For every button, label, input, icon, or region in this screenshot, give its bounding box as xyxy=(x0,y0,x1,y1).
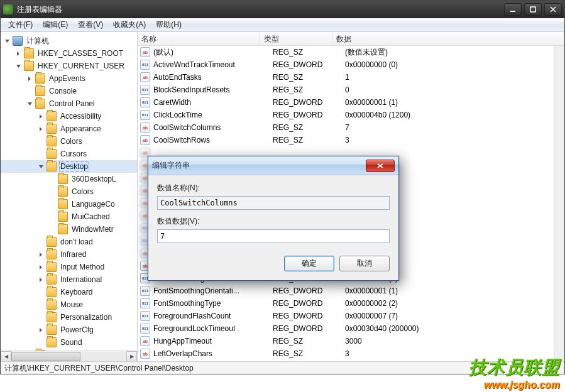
cell-name: LeftOverlapChars xyxy=(153,349,273,358)
list-row[interactable]: 011CaretWidthREG_DWORD0x00000001 (1) xyxy=(138,96,554,109)
tree-node-infrared[interactable]: Infrared xyxy=(1,248,137,261)
tree-node-powercfg[interactable]: PowerCfg xyxy=(1,324,137,336)
tree-node-cursors[interactable]: Cursors xyxy=(1,148,137,160)
cancel-button[interactable]: 取消 xyxy=(339,256,390,271)
expand-icon[interactable] xyxy=(14,50,23,58)
dword-value-icon: 011 xyxy=(140,286,150,296)
value-data-input[interactable] xyxy=(157,229,390,243)
ok-button[interactable]: 确定 xyxy=(284,256,334,271)
tree-node-label: 计算机 xyxy=(25,36,50,46)
collapse-icon[interactable] xyxy=(3,37,11,45)
menu-favorites[interactable]: 收藏夹(A) xyxy=(108,18,151,31)
tree-node-label: LanguageCo xyxy=(70,200,116,209)
scroll-right-icon[interactable]: ▶ xyxy=(126,351,137,362)
maximize-button[interactable] xyxy=(524,3,542,16)
menu-help[interactable]: 帮助(H) xyxy=(151,18,187,31)
tree-node-language[interactable]: LanguageCo xyxy=(1,198,137,210)
folder-icon xyxy=(58,199,68,209)
tree-node-desktop[interactable]: Desktop xyxy=(1,160,137,173)
tree-node-inputmethod[interactable]: Input Method xyxy=(1,261,137,273)
folder-icon xyxy=(35,86,45,96)
list-row[interactable]: abHungAppTimeoutREG_SZ3000 xyxy=(138,335,554,347)
collapse-icon[interactable] xyxy=(37,163,45,171)
cell-type: REG_SZ xyxy=(273,349,345,358)
tree-node-muicached[interactable]: MuiCached xyxy=(1,210,137,223)
expand-icon[interactable] xyxy=(37,125,45,133)
expand-icon[interactable] xyxy=(37,263,45,271)
list-row[interactable]: abCoolSwitchRowsREG_SZ3 xyxy=(138,134,554,146)
folder-icon xyxy=(47,312,57,322)
tree-node-windowmetr[interactable]: WindowMetr xyxy=(1,223,137,236)
tree-node-personalization[interactable]: Personalization xyxy=(1,311,137,324)
tree-node-international[interactable]: International xyxy=(1,273,137,286)
tree-node-hkcu[interactable]: HKEY_CURRENT_USER xyxy=(1,60,137,72)
tree-node-mouse[interactable]: Mouse xyxy=(1,298,137,311)
tree-node-appearance[interactable]: Appearance xyxy=(1,122,137,135)
folder-icon xyxy=(47,337,57,347)
value-data-label: 数值数据(V): xyxy=(157,216,390,227)
expander-blank xyxy=(48,226,57,234)
collapse-icon[interactable] xyxy=(14,62,23,70)
tree-node-label: HKEY_CURRENT_USER xyxy=(36,62,126,70)
tree-node-colors2[interactable]: Colors xyxy=(1,185,137,198)
string-value-icon: ab xyxy=(140,72,150,82)
list-row[interactable]: ab(默认)REG_SZ(数值未设置) xyxy=(138,46,554,58)
list-row[interactable]: 011FontSmoothingTypeREG_DWORD0x00000002 … xyxy=(138,297,554,310)
expander-blank xyxy=(48,188,57,196)
expand-icon[interactable] xyxy=(26,75,34,83)
menu-view[interactable]: 查看(V) xyxy=(73,18,108,31)
list-row[interactable]: 011ForegroundFlashCountREG_DWORD0x000000… xyxy=(138,310,554,322)
dword-value-icon: 011 xyxy=(140,311,150,321)
tree-node-accessibility[interactable]: Accessibility xyxy=(1,110,137,122)
scroll-left-icon[interactable]: ◀ xyxy=(1,351,11,362)
col-header-data[interactable]: 数据 xyxy=(332,32,564,45)
list-row[interactable]: 011BlockSendInputResetsREG_SZ0 xyxy=(138,84,554,96)
folder-icon xyxy=(47,262,57,272)
expand-icon[interactable] xyxy=(37,326,45,334)
dialog-close-button[interactable] xyxy=(366,160,395,172)
tree-hscrollbar[interactable]: ◀ ▶ xyxy=(1,351,137,361)
tree-node-colors[interactable]: Colors xyxy=(1,135,137,148)
tree-node-360desktop[interactable]: 360DesktopL xyxy=(1,173,137,185)
cell-type: REG_DWORD xyxy=(273,324,345,333)
minimize-button[interactable] xyxy=(504,3,522,16)
col-header-name[interactable]: 名称 xyxy=(138,32,260,45)
list-row[interactable]: 011FontSmoothingOrientati...REG_DWORD0x0… xyxy=(138,285,554,297)
titlebar[interactable]: 注册表编辑器 xyxy=(1,1,564,18)
expand-icon[interactable] xyxy=(37,251,45,259)
cell-data: 1 xyxy=(345,73,554,82)
list-row[interactable]: abAutoEndTasksREG_SZ1 xyxy=(138,71,554,84)
expand-icon[interactable] xyxy=(37,112,45,121)
expander-blank xyxy=(48,213,57,221)
dialog-titlebar[interactable]: 编辑字符串 xyxy=(148,156,398,175)
list-vscrollbar[interactable] xyxy=(554,46,564,361)
cell-name: FontSmoothingType xyxy=(153,299,273,308)
tree-node-keyboard[interactable]: Keyboard xyxy=(1,286,137,298)
list-row[interactable]: 011ForegroundLockTimeoutREG_DWORD0x00030… xyxy=(138,322,554,335)
folder-icon xyxy=(24,61,34,71)
scroll-thumb[interactable] xyxy=(11,352,80,361)
folder-icon xyxy=(58,224,68,234)
tree-node-hkcr[interactable]: HKEY_CLASSES_ROOT xyxy=(1,47,137,60)
list-row[interactable]: 011ClickLockTimeREG_DWORD0x000004b0 (120… xyxy=(138,109,554,121)
dword-value-icon: 011 xyxy=(140,298,150,308)
tree-node-label: Colors xyxy=(70,187,95,196)
menu-edit[interactable]: 编辑(E) xyxy=(38,18,73,31)
expand-icon[interactable] xyxy=(37,276,45,284)
tree-node-console[interactable]: Console xyxy=(1,85,137,97)
string-value-icon: ab xyxy=(140,349,150,359)
close-button[interactable] xyxy=(544,3,562,16)
tree-node-appevents[interactable]: AppEvents xyxy=(1,72,137,85)
col-header-type[interactable]: 类型 xyxy=(260,32,332,45)
collapse-icon[interactable] xyxy=(26,100,34,108)
tree-node-computer[interactable]: 计算机 xyxy=(1,35,137,47)
string-value-icon: ab xyxy=(140,122,150,133)
tree-node-control_panel[interactable]: Control Panel xyxy=(1,97,137,110)
list-row[interactable]: 011ActiveWndTrackTimeoutREG_DWORD0x00000… xyxy=(138,58,554,71)
expander-blank xyxy=(37,138,45,146)
list-row[interactable]: abCoolSwitchColumnsREG_SZ7 xyxy=(138,121,554,134)
tree-node-dontload[interactable]: don't load xyxy=(1,236,137,248)
tree-node-label: Sound xyxy=(59,338,84,347)
menu-file[interactable]: 文件(F) xyxy=(3,18,38,31)
tree-node-sound[interactable]: Sound xyxy=(1,336,137,349)
